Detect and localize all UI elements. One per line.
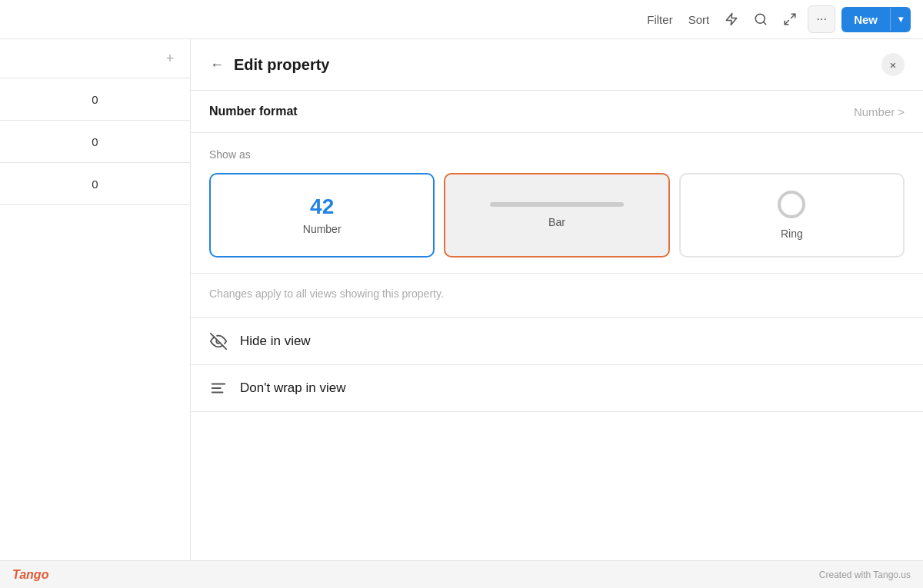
close-button[interactable]: × bbox=[881, 53, 905, 76]
footer: Tango Created with Tango.us bbox=[0, 560, 923, 588]
svg-marker-0 bbox=[726, 14, 737, 25]
number-format-value[interactable]: Number > bbox=[854, 105, 905, 118]
eye-off-icon bbox=[210, 333, 227, 350]
hide-in-view-item[interactable]: Hide in view bbox=[191, 318, 923, 365]
footer-credit: Created with Tango.us bbox=[819, 570, 911, 580]
new-button[interactable]: New ▾ bbox=[841, 7, 911, 32]
more-button[interactable]: ··· bbox=[808, 5, 835, 33]
table-row: 0 bbox=[0, 163, 190, 205]
automation-button[interactable] bbox=[720, 9, 743, 29]
cell-value: 0 bbox=[92, 135, 98, 148]
table-area: + 0 0 0 bbox=[0, 39, 191, 560]
search-button[interactable] bbox=[749, 9, 772, 29]
number-format-row[interactable]: Number format Number > bbox=[191, 91, 923, 133]
main-layout: + 0 0 0 ← Edit property × Number format bbox=[0, 39, 923, 560]
back-button[interactable]: ← bbox=[206, 54, 228, 75]
filter-button[interactable]: Filter bbox=[642, 10, 677, 29]
tango-logo: Tango bbox=[12, 568, 48, 582]
hide-icon bbox=[209, 332, 228, 350]
ring-icon bbox=[778, 191, 805, 218]
svg-line-4 bbox=[785, 21, 788, 25]
lightning-icon bbox=[725, 12, 738, 26]
plus-icon: + bbox=[166, 51, 175, 67]
new-button-chevron[interactable]: ▾ bbox=[890, 8, 911, 31]
panel-header: ← Edit property × bbox=[191, 39, 923, 91]
bar-icon bbox=[490, 202, 624, 207]
number-option-value: 42 bbox=[310, 195, 334, 219]
sort-label: Sort bbox=[688, 13, 710, 26]
notice-text: Changes apply to all views showing this … bbox=[209, 286, 905, 302]
table-header-row: + bbox=[0, 39, 190, 78]
ring-option-label: Ring bbox=[781, 228, 803, 240]
back-arrow-icon: ← bbox=[210, 57, 224, 73]
number-option-label: Number bbox=[303, 223, 342, 235]
expand-button[interactable] bbox=[778, 9, 801, 29]
toolbar: Filter Sort ··· New ▾ bbox=[0, 0, 923, 39]
cell-value: 0 bbox=[92, 178, 98, 191]
sort-button[interactable]: Sort bbox=[684, 10, 715, 29]
wrap-label: Don't wrap in view bbox=[240, 380, 345, 396]
edit-property-panel: ← Edit property × Number format Number >… bbox=[191, 39, 923, 560]
bar-option-label: Bar bbox=[548, 216, 565, 228]
ring-option[interactable]: Ring bbox=[679, 173, 905, 257]
wrap-icon bbox=[209, 379, 228, 397]
close-icon: × bbox=[890, 58, 897, 71]
new-button-label: New bbox=[841, 7, 890, 32]
expand-icon bbox=[783, 12, 797, 26]
filter-label: Filter bbox=[647, 13, 672, 26]
hide-label: Hide in view bbox=[240, 334, 311, 349]
number-format-text: Number bbox=[854, 105, 895, 118]
cell-value: 0 bbox=[92, 93, 98, 106]
add-column-button[interactable]: + bbox=[159, 48, 181, 69]
svg-line-3 bbox=[791, 14, 795, 18]
show-as-options: 42 Number Bar Ring bbox=[209, 173, 905, 257]
bar-option[interactable]: Bar bbox=[444, 173, 669, 257]
number-format-label: Number format bbox=[209, 105, 298, 118]
notice-section: Changes apply to all views showing this … bbox=[191, 274, 923, 318]
show-as-section: Show as 42 Number Bar Ring bbox=[191, 133, 923, 274]
number-format-chevron: > bbox=[898, 105, 905, 118]
number-option[interactable]: 42 Number bbox=[209, 173, 435, 257]
panel-title: Edit property bbox=[234, 56, 881, 74]
show-as-label: Show as bbox=[209, 148, 905, 161]
table-row: 0 bbox=[0, 78, 190, 121]
list-icon bbox=[210, 380, 227, 397]
search-icon bbox=[754, 12, 768, 26]
no-wrap-item[interactable]: Don't wrap in view bbox=[191, 365, 923, 412]
more-icon: ··· bbox=[816, 12, 826, 26]
table-row: 0 bbox=[0, 121, 190, 163]
svg-line-2 bbox=[764, 22, 766, 24]
